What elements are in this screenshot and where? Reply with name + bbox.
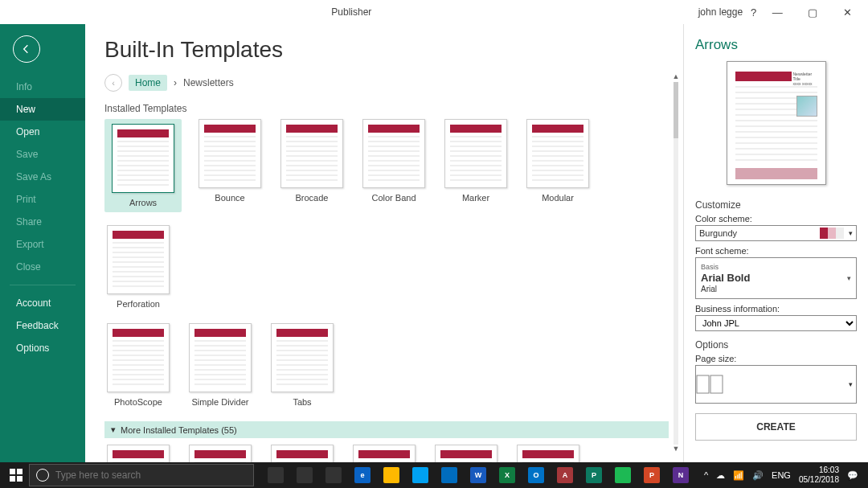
notifications-icon[interactable]: 💬 bbox=[847, 470, 858, 481]
create-button[interactable]: CREATE bbox=[695, 413, 857, 441]
color-scheme-select[interactable]: Burgundy ▾ bbox=[695, 225, 857, 241]
template-item-brocade[interactable]: Brocade bbox=[278, 119, 346, 212]
network-icon[interactable]: 📶 bbox=[733, 470, 744, 481]
template-item-accessory-bar[interactable]: Accessory Bar bbox=[186, 445, 254, 462]
chevron-down-icon: ▾ bbox=[849, 229, 853, 237]
taskbar-app-icon[interactable] bbox=[262, 462, 289, 488]
window-buttons: — ▢ ✕ bbox=[761, 1, 863, 23]
taskbar-app-icon[interactable]: O bbox=[522, 462, 550, 488]
template-item-modular[interactable]: Modular bbox=[524, 119, 592, 212]
sidebar-item-feedback[interactable]: Feedback bbox=[0, 314, 85, 337]
installed-templates-label: Installed Templates bbox=[104, 103, 669, 114]
system-tray: ^ ☁ 📶 🔊 ENG 16:03 05/12/2018 💬 bbox=[704, 465, 865, 485]
taskbar-app-icon[interactable] bbox=[609, 462, 637, 488]
template-item-axis[interactable]: Axis bbox=[432, 445, 500, 462]
onedrive-icon[interactable]: ☁ bbox=[716, 470, 725, 481]
template-item-simple-divider[interactable]: Simple Divider bbox=[186, 323, 254, 407]
breadcrumb-separator: › bbox=[174, 77, 177, 88]
back-button[interactable] bbox=[13, 35, 40, 63]
font-scheme-label: Font scheme: bbox=[695, 246, 857, 256]
start-button[interactable] bbox=[3, 462, 29, 488]
user-name[interactable]: john legge bbox=[698, 6, 743, 18]
template-preview: Newsletter Titlexxxx xxxxx xxxxxx bbox=[727, 61, 826, 185]
sidebar-item-share[interactable]: Share bbox=[0, 211, 85, 233]
restore-button[interactable]: ▢ bbox=[796, 1, 829, 23]
page-spread-icon bbox=[696, 375, 723, 394]
chevron-down-icon: ▾ bbox=[111, 424, 116, 435]
template-item-accent-box[interactable]: Accent Box bbox=[104, 445, 172, 462]
sidebar-item-close[interactable]: Close bbox=[0, 256, 85, 278]
more-templates-toggle[interactable]: ▾ More Installed Templates (55) bbox=[104, 421, 669, 438]
breadcrumb-back-icon[interactable]: ‹ bbox=[104, 74, 122, 92]
taskbar-app-icon[interactable]: e bbox=[349, 462, 376, 488]
svg-rect-0 bbox=[697, 375, 709, 393]
back-arrow-icon bbox=[20, 43, 33, 55]
customize-panel: Arrows Newsletter Titlexxxx xxxxx xxxxxx… bbox=[683, 24, 868, 462]
sidebar-item-options[interactable]: Options bbox=[0, 337, 85, 359]
taskbar-clock[interactable]: 16:03 05/12/2018 bbox=[799, 465, 839, 485]
sidebar-item-account[interactable]: Account bbox=[0, 292, 85, 314]
scrollbar-thumb[interactable] bbox=[674, 82, 678, 138]
tray-chevron-icon[interactable]: ^ bbox=[704, 470, 708, 480]
breadcrumb: ‹ Home › Newsletters bbox=[104, 74, 669, 92]
sidebar-item-info[interactable]: Info bbox=[0, 76, 85, 98]
volume-icon[interactable]: 🔊 bbox=[752, 470, 764, 481]
chevron-down-icon: ▾ bbox=[847, 273, 851, 284]
taskbar-search[interactable] bbox=[29, 464, 254, 486]
search-input[interactable] bbox=[55, 470, 247, 481]
help-button[interactable]: ? bbox=[751, 6, 756, 18]
taskbar-app-icon[interactable]: X bbox=[493, 462, 521, 488]
taskbar-app-icon[interactable] bbox=[436, 462, 463, 488]
options-heading: Options bbox=[695, 339, 857, 351]
template-item-marker[interactable]: Marker bbox=[442, 119, 510, 212]
scroll-up-icon[interactable]: ▲ bbox=[670, 72, 682, 82]
template-item-banded[interactable]: Banded bbox=[514, 445, 582, 462]
taskbar-app-icon[interactable]: A bbox=[551, 462, 579, 488]
scrollbar[interactable]: ▲ ▼ bbox=[670, 72, 682, 454]
template-item-bounce[interactable]: Bounce bbox=[196, 119, 264, 212]
template-item-photoscope[interactable]: PhotoScope bbox=[104, 323, 172, 407]
template-item-arrows[interactable]: Arrows bbox=[104, 119, 182, 212]
minimize-button[interactable]: — bbox=[761, 1, 793, 23]
sidebar-item-new[interactable]: New bbox=[0, 98, 85, 121]
sidebar-item-print[interactable]: Print bbox=[0, 188, 85, 211]
template-item-color-band[interactable]: Color Band bbox=[360, 119, 428, 212]
templates-grid-installed: ArrowsBounceBrocadeColor BandMarkerModul… bbox=[104, 119, 669, 309]
taskbar-app-icon[interactable]: P bbox=[638, 462, 665, 488]
color-scheme-label: Color scheme: bbox=[695, 214, 857, 223]
page-size-select[interactable]: ▾ bbox=[695, 365, 857, 404]
templates-pane: Built-In Templates ‹ Home › Newsletters … bbox=[85, 24, 683, 462]
scroll-down-icon[interactable]: ▼ bbox=[670, 445, 682, 454]
template-item-tabs[interactable]: Tabs bbox=[268, 323, 336, 407]
taskbar-app-icon[interactable]: W bbox=[465, 462, 492, 488]
font-scheme-select[interactable]: Basis Arial Bold Arial ▾ bbox=[695, 257, 857, 299]
language-indicator[interactable]: ENG bbox=[772, 470, 791, 480]
breadcrumb-home[interactable]: Home bbox=[129, 75, 167, 91]
taskbar-apps: eWXOAPPN bbox=[262, 462, 694, 488]
template-item-art-boxes[interactable]: Art Boxes bbox=[350, 445, 418, 462]
sidebar-item-save[interactable]: Save bbox=[0, 143, 85, 166]
close-button[interactable]: ✕ bbox=[831, 1, 863, 23]
templates-grid-more: Accent BoxAccessory BarArcsArt BoxesAxis… bbox=[104, 445, 669, 462]
sidebar-item-save-as[interactable]: Save As bbox=[0, 166, 85, 188]
svg-rect-5 bbox=[17, 476, 23, 482]
taskbar-app-icon[interactable]: P bbox=[580, 462, 608, 488]
taskbar-app-icon[interactable] bbox=[291, 462, 318, 488]
taskbar-app-icon[interactable] bbox=[320, 462, 347, 488]
template-item-arcs[interactable]: Arcs bbox=[268, 445, 336, 462]
chevron-down-icon: ▾ bbox=[849, 380, 856, 388]
page-heading: Built-In Templates bbox=[104, 37, 669, 63]
taskbar-app-icon[interactable] bbox=[378, 462, 405, 488]
template-item-perforation[interactable]: Perforation bbox=[104, 225, 172, 309]
svg-rect-4 bbox=[10, 476, 15, 482]
sidebar-item-open[interactable]: Open bbox=[0, 121, 85, 143]
business-info-select[interactable]: John JPL bbox=[695, 315, 857, 331]
svg-rect-2 bbox=[10, 469, 15, 474]
breadcrumb-current[interactable]: Newsletters bbox=[183, 77, 234, 88]
sidebar-item-export[interactable]: Export bbox=[0, 233, 85, 256]
taskbar-app-icon[interactable]: N bbox=[667, 462, 694, 488]
taskbar: eWXOAPPN ^ ☁ 📶 🔊 ENG 16:03 05/12/2018 💬 bbox=[0, 462, 868, 488]
taskbar-app-icon[interactable] bbox=[407, 462, 434, 488]
business-info-label: Business information: bbox=[695, 304, 857, 314]
color-swatch-icon bbox=[820, 228, 844, 239]
